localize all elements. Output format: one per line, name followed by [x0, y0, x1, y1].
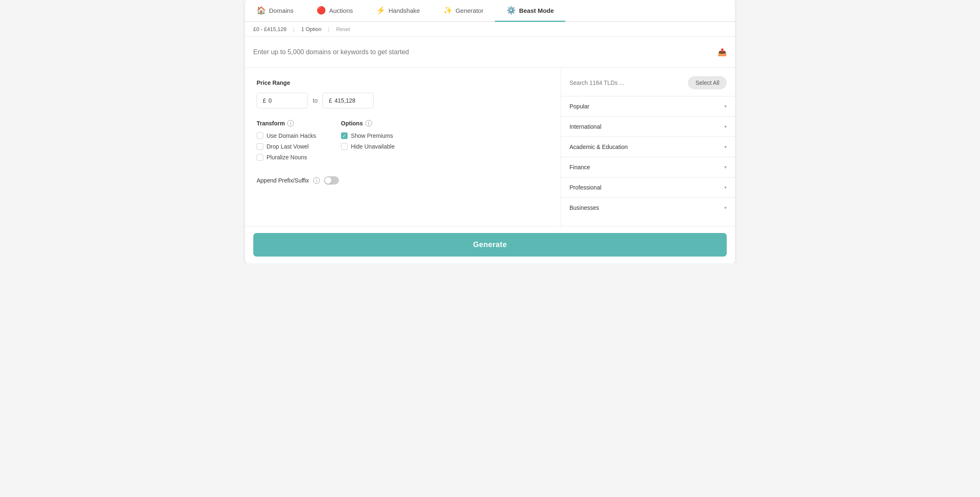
chevron-down-icon: ▾ — [724, 185, 727, 190]
options-row: Transform i Use Domain Hacks Drop Last V… — [257, 120, 549, 165]
search-row: 📤 — [253, 45, 727, 59]
checkbox-show-premiums-box: ✓ — [341, 132, 348, 139]
price-max-input[interactable] — [334, 97, 368, 104]
tld-category-professional: Professional ▾ — [561, 177, 735, 197]
tab-handshake[interactable]: ⚡ Handshake — [365, 0, 432, 22]
tld-category-label-finance: Finance — [569, 164, 590, 170]
options-group: Options i ✓ Show Premiums Hide Unavailab… — [341, 120, 395, 165]
app-container: 🏠 Domains 🔴 Auctions ⚡ Handshake ✨ Gener… — [245, 0, 735, 263]
tab-auctions-label: Auctions — [329, 7, 353, 14]
checkbox-domain-hacks-box — [257, 132, 263, 139]
transform-info-icon[interactable]: i — [287, 120, 294, 127]
append-prefix-row: Append Prefix/Suffix i — [257, 176, 549, 185]
transform-title: Transform i — [257, 120, 316, 127]
tld-category-businesses: Businesses ▾ — [561, 197, 735, 218]
tld-category-header-academic[interactable]: Academic & Education ▾ — [561, 137, 735, 157]
tld-category-label-professional: Professional — [569, 184, 601, 191]
main-content: Price Range £ to £ Transform i — [245, 68, 735, 226]
tld-category-label-international: International — [569, 123, 601, 130]
toolbar: £0 - £415,128 | 1 Option | Reset — [245, 22, 735, 37]
price-range-display: £0 - £415,128 — [253, 26, 286, 32]
price-min-symbol: £ — [263, 97, 266, 104]
transform-group: Transform i Use Domain Hacks Drop Last V… — [257, 120, 316, 165]
reset-button[interactable]: Reset — [336, 26, 350, 32]
tab-generator-label: Generator — [456, 7, 484, 14]
generate-bar: Generate — [245, 226, 735, 263]
tab-domains[interactable]: 🏠 Domains — [245, 0, 305, 22]
chevron-down-icon: ▾ — [724, 124, 727, 130]
checkmark-icon: ✓ — [342, 133, 346, 139]
checkbox-drop-vowel-box — [257, 143, 263, 150]
select-all-button[interactable]: Select All — [688, 76, 727, 89]
tab-bar: 🏠 Domains 🔴 Auctions ⚡ Handshake ✨ Gener… — [245, 0, 735, 22]
tld-category-label-academic: Academic & Education — [569, 144, 628, 150]
options-info-icon[interactable]: i — [365, 120, 372, 127]
tld-category-international: International ▾ — [561, 116, 735, 137]
chevron-down-icon: ▾ — [724, 205, 727, 211]
price-min-input[interactable] — [269, 97, 302, 104]
tld-category-header-professional[interactable]: Professional ▾ — [561, 178, 735, 197]
auctions-icon: 🔴 — [317, 6, 326, 15]
checkbox-pluralize[interactable]: Pluralize Nouns — [257, 154, 316, 161]
tld-category-header-finance[interactable]: Finance ▾ — [561, 157, 735, 177]
checkbox-drop-vowel[interactable]: Drop Last Vowel — [257, 143, 316, 150]
toolbar-divider: | — [293, 26, 294, 32]
left-panel: Price Range £ to £ Transform i — [245, 68, 561, 226]
tab-domains-label: Domains — [269, 7, 293, 14]
tld-search-input[interactable] — [569, 79, 683, 86]
chevron-down-icon: ▾ — [724, 144, 727, 150]
tab-generator[interactable]: ✨ Generator — [432, 0, 495, 22]
handshake-icon: ⚡ — [376, 6, 385, 15]
domain-search-input[interactable] — [253, 45, 718, 59]
price-max-symbol: £ — [329, 97, 332, 104]
toolbar-divider2: | — [328, 26, 329, 32]
tld-panel: Select All Popular ▾ International ▾ Aca… — [561, 68, 735, 226]
price-range-row: £ to £ — [257, 93, 549, 108]
options-title: Options i — [341, 120, 395, 127]
append-prefix-label: Append Prefix/Suffix — [257, 177, 309, 184]
upload-icon[interactable]: 📤 — [718, 48, 727, 57]
tld-category-header-international[interactable]: International ▾ — [561, 117, 735, 137]
price-max-input-wrapper: £ — [322, 93, 374, 108]
checkbox-hide-unavailable-box — [341, 143, 348, 150]
price-min-input-wrapper: £ — [257, 93, 308, 108]
tld-categories: Popular ▾ International ▾ Academic & Edu… — [561, 96, 735, 218]
tld-category-label-popular: Popular — [569, 103, 589, 110]
price-range-title: Price Range — [257, 79, 549, 86]
generator-icon: ✨ — [443, 6, 452, 15]
append-prefix-toggle[interactable] — [324, 176, 339, 185]
checkbox-hide-unavailable[interactable]: Hide Unavailable — [341, 143, 395, 150]
chevron-down-icon: ▾ — [724, 164, 727, 170]
checkbox-domain-hacks[interactable]: Use Domain Hacks — [257, 132, 316, 139]
tab-beast-mode[interactable]: ⚙️ Beast Mode — [495, 0, 565, 22]
tld-category-academic: Academic & Education ▾ — [561, 137, 735, 157]
tld-category-header-businesses[interactable]: Businesses ▾ — [561, 198, 735, 218]
append-prefix-info-icon[interactable]: i — [313, 177, 320, 184]
beast-mode-icon: ⚙️ — [507, 6, 516, 15]
options-count: 1 Option — [301, 26, 322, 32]
price-separator: to — [313, 97, 318, 104]
checkbox-show-premiums[interactable]: ✓ Show Premiums — [341, 132, 395, 139]
tab-auctions[interactable]: 🔴 Auctions — [305, 0, 365, 22]
checkbox-pluralize-box — [257, 154, 263, 161]
search-area: 📤 — [245, 37, 735, 68]
tab-handshake-label: Handshake — [389, 7, 420, 14]
tld-category-header-popular[interactable]: Popular ▾ — [561, 96, 735, 116]
toggle-thumb — [325, 177, 331, 184]
tld-category-label-businesses: Businesses — [569, 204, 599, 211]
domains-icon: 🏠 — [257, 6, 266, 15]
generate-button[interactable]: Generate — [253, 233, 727, 257]
chevron-down-icon: ▾ — [724, 103, 727, 109]
tab-beast-mode-label: Beast Mode — [519, 7, 554, 14]
tld-category-popular: Popular ▾ — [561, 96, 735, 116]
tld-search-row: Select All — [561, 76, 735, 96]
tld-category-finance: Finance ▾ — [561, 157, 735, 177]
